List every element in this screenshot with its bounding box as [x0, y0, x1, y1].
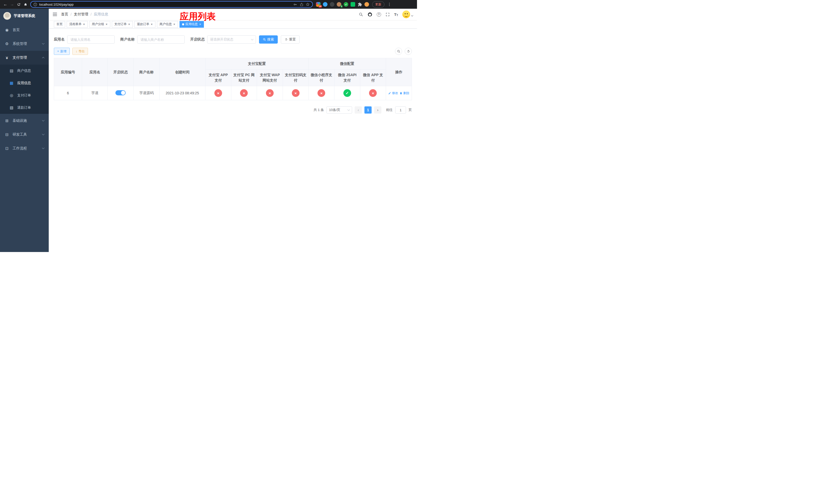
sidebar-collapse-button[interactable] [53, 12, 58, 17]
share-icon[interactable] [300, 2, 304, 6]
browser-reload-button[interactable] [15, 1, 22, 8]
add-button[interactable]: + 新增 [54, 48, 70, 55]
tab-pay-order[interactable]: 支付订单 × [112, 21, 133, 28]
cell-alipay-qr: × [283, 86, 308, 100]
browser-update-button[interactable]: 更新 [372, 1, 385, 8]
browser-forward-button[interactable]: → [9, 1, 15, 8]
close-icon[interactable]: × [83, 23, 85, 26]
order-icon: ◎ [9, 93, 14, 98]
active-dot [182, 23, 184, 25]
font-size-icon[interactable]: TT [394, 12, 398, 17]
extension-icon-dark[interactable] [330, 2, 334, 7]
sidebar-item-home[interactable]: ◉ 首页 [0, 23, 49, 37]
browser-back-button[interactable]: ← [2, 1, 9, 8]
navbar-actions: ? TT [359, 10, 413, 18]
tab-refund-order[interactable]: 退款订单 × [134, 21, 155, 28]
breadcrumb-home[interactable]: 首页 [61, 12, 68, 17]
reset-button[interactable]: 重置 [281, 36, 300, 44]
sidebar-item-refund-order[interactable]: ▧ 退款订单 [0, 101, 49, 114]
browser-toolbar: ← → localhost:1024/pay/app 10 1 [0, 0, 417, 9]
tab-home[interactable]: 首页 [54, 21, 65, 28]
close-icon[interactable]: × [105, 23, 108, 26]
search-icon [397, 50, 400, 53]
goto-page-input[interactable] [395, 107, 406, 114]
fullscreen-icon[interactable] [386, 12, 390, 17]
tools-icon: ⊟ [5, 132, 9, 137]
search-button[interactable]: 搜索 [259, 36, 278, 44]
url-text[interactable]: localhost:1024/pay/app [39, 3, 73, 6]
col-alipay-qr: 支付宝扫码支付 [283, 69, 308, 86]
yen-icon: ¥ [5, 55, 9, 60]
channel-status-icon: × [369, 89, 377, 97]
edit-link[interactable]: 修改 [388, 91, 398, 95]
prev-page-button[interactable]: ‹ [355, 107, 362, 114]
search-icon[interactable] [359, 12, 363, 17]
app-name-input[interactable] [67, 36, 115, 44]
chevron-down-icon [411, 14, 413, 17]
download-icon: ↓ [76, 49, 77, 53]
sidebar-item-payment[interactable]: ¥ 支付管理 [0, 51, 49, 65]
browser-menu-icon[interactable]: ⋮ [387, 2, 392, 7]
tab-process-form[interactable]: 流程表单 × [67, 21, 88, 28]
status-toggle[interactable] [115, 90, 126, 95]
sidebar-item-infrastructure[interactable]: ⊞ 基础设施 [0, 114, 49, 128]
breadcrumb-payment[interactable]: 支付管理 [74, 12, 88, 17]
page-size-select[interactable]: 10条/页 [327, 107, 352, 114]
breadcrumb-separator: / [70, 12, 71, 17]
sidebar-item-dev-tools[interactable]: ⊟ 研发工具 [0, 128, 49, 141]
breadcrumb-current: 应用信息 [94, 12, 108, 17]
tag-tabs-bar: 首页 流程表单 × 用户分组 × 支付订单 × 退款订单 × 商户信息 × [49, 20, 417, 29]
export-button[interactable]: ↓ 导出 [72, 48, 88, 55]
delete-link[interactable]: 删除 [399, 91, 409, 95]
sidebar-item-merchant-info[interactable]: ▤ 商户信息 [0, 65, 49, 77]
address-bar[interactable]: localhost:1024/pay/app [30, 1, 313, 8]
refresh-table-button[interactable] [405, 48, 412, 55]
col-merchant: 商户名称 [134, 58, 159, 86]
col-wechat-mini: 微信小程序支付 [308, 69, 334, 86]
close-icon[interactable]: × [173, 23, 175, 26]
toggle-search-button[interactable] [395, 48, 402, 55]
sidebar-item-workflow[interactable]: ⊡ 工作流程 [0, 141, 49, 155]
status-select[interactable]: 请选择开启状态 [207, 36, 256, 44]
password-key-icon[interactable] [293, 2, 298, 7]
chevron-down-icon [42, 119, 45, 121]
page-1-button[interactable]: 1 [365, 107, 372, 114]
page-unit-label: 页 [409, 108, 412, 112]
cell-actions: 修改 删除 [386, 86, 412, 100]
extension-icon-orange-avatar[interactable] [365, 2, 369, 7]
extension-icon-green-check[interactable] [344, 2, 348, 7]
filter-form: 应用名 商户名称 开启状态 请选择开启状态 搜索 重置 [54, 36, 412, 44]
sidebar-item-pay-order[interactable]: ◎ 支付订单 [0, 89, 49, 101]
tab-merchant-info[interactable]: 商户信息 × [157, 21, 178, 28]
pagination-total: 共 1 条 [314, 108, 324, 112]
next-page-button[interactable]: › [374, 107, 381, 114]
cell-wechat-app: × [360, 86, 386, 100]
top-navbar: 首页 / 支付管理 / 应用信息 ? TT [49, 9, 417, 20]
github-icon[interactable] [368, 12, 372, 17]
close-icon[interactable]: × [151, 23, 153, 26]
extension-icon-colorful[interactable]: 10 [316, 2, 321, 7]
merchant-name-label: 商户名称 [120, 37, 135, 42]
browser-home-button[interactable] [22, 1, 29, 8]
col-app-name: 应用名 [82, 58, 108, 86]
sidebar-item-system[interactable]: ⚙ 系统管理 [0, 37, 49, 51]
extension-icon-avatar[interactable]: 1 [337, 2, 341, 7]
extension-icon-wechat[interactable] [351, 2, 355, 7]
extension-icon-drop[interactable] [323, 2, 328, 7]
col-alipay-wap: 支付宝 WAP 网站支付 [257, 69, 283, 86]
close-icon[interactable]: × [199, 23, 201, 26]
sidebar-item-app-info[interactable]: ▦ 应用信息 [0, 77, 49, 89]
merchant-name-input[interactable] [137, 36, 185, 44]
tab-user-group[interactable]: 用户分组 × [89, 21, 110, 28]
app-logo[interactable]: 芋道管理系统 [0, 9, 49, 23]
search-icon [263, 38, 266, 41]
close-icon[interactable]: × [128, 23, 130, 26]
help-icon[interactable]: ? [377, 12, 381, 17]
user-avatar-menu[interactable] [402, 10, 413, 18]
pagination: 共 1 条 10条/页 ‹ 1 › 前往 页 [54, 107, 412, 114]
col-wechat-app: 微信 APP 支付 [360, 69, 386, 86]
payment-submenu: ▤ 商户信息 ▦ 应用信息 ◎ 支付订单 ▧ 退款订单 [0, 65, 49, 114]
site-info-icon[interactable] [33, 3, 37, 6]
extensions-puzzle-icon[interactable] [357, 2, 362, 7]
bookmark-star-icon[interactable] [306, 2, 310, 6]
